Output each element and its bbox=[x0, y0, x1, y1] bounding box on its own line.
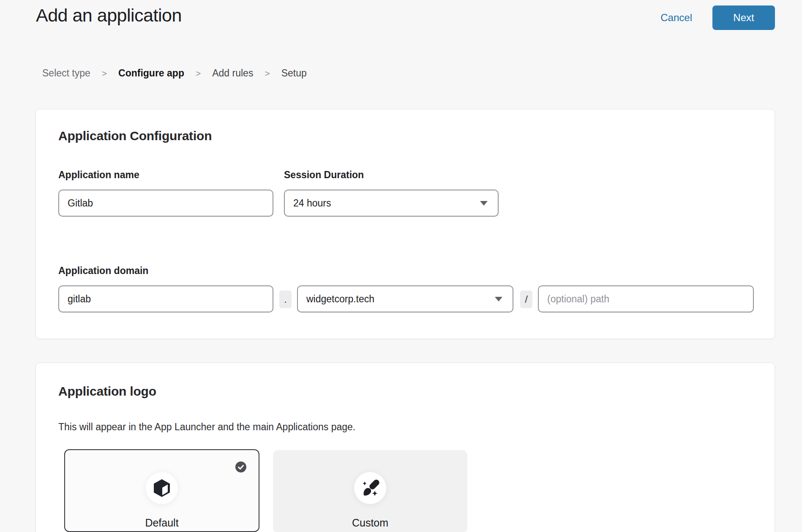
application-name-input[interactable] bbox=[58, 190, 273, 217]
cancel-button[interactable]: Cancel bbox=[660, 12, 692, 24]
logo-option-label: Default bbox=[65, 517, 259, 529]
page-title: Add an application bbox=[36, 5, 182, 26]
session-duration-label: Session Duration bbox=[284, 169, 364, 181]
breadcrumb-separator: > bbox=[102, 68, 107, 79]
cube-icon bbox=[154, 479, 170, 497]
breadcrumb-separator: > bbox=[196, 68, 201, 79]
subdomain-input[interactable] bbox=[58, 285, 273, 312]
custom-logo-circle bbox=[354, 472, 386, 504]
application-logo-heading: Application logo bbox=[58, 384, 156, 399]
session-duration-value: 24 hours bbox=[293, 198, 331, 209]
chevron-down-icon bbox=[480, 201, 488, 206]
logo-option-label: Custom bbox=[273, 517, 467, 529]
add-application-page: Add an application Cancel Next Select ty… bbox=[0, 0, 802, 532]
next-button[interactable]: Next bbox=[712, 5, 775, 30]
breadcrumb-step-select-type[interactable]: Select type bbox=[42, 68, 90, 79]
breadcrumb-step-add-rules[interactable]: Add rules bbox=[212, 68, 253, 79]
selected-check-badge bbox=[235, 461, 246, 472]
slash-separator: / bbox=[520, 290, 532, 308]
domain-select[interactable]: widgetcorp.tech bbox=[297, 285, 513, 312]
chevron-down-icon bbox=[495, 297, 502, 301]
logo-option-custom[interactable]: Custom bbox=[273, 450, 467, 532]
header-actions: Cancel Next bbox=[660, 5, 775, 30]
application-name-label: Application name bbox=[58, 169, 139, 181]
breadcrumb: Select type > Configure app > Add rules … bbox=[42, 68, 307, 79]
breadcrumb-step-setup[interactable]: Setup bbox=[281, 68, 307, 79]
breadcrumb-separator: > bbox=[265, 68, 270, 79]
application-configuration-card: Application Configuration Application na… bbox=[35, 109, 775, 339]
logo-option-default[interactable]: Default bbox=[64, 449, 259, 532]
application-domain-label: Application domain bbox=[58, 265, 148, 277]
path-input[interactable] bbox=[538, 285, 754, 312]
dot-separator: . bbox=[279, 290, 292, 308]
default-logo-circle bbox=[146, 472, 178, 504]
session-duration-select[interactable]: 24 hours bbox=[284, 190, 499, 217]
breadcrumb-step-configure-app[interactable]: Configure app bbox=[118, 68, 184, 79]
application-logo-description: This will appear in the App Launcher and… bbox=[58, 421, 355, 433]
check-icon bbox=[235, 461, 246, 472]
paintbrush-icon bbox=[360, 478, 380, 498]
domain-value: widgetcorp.tech bbox=[306, 293, 374, 305]
application-configuration-heading: Application Configuration bbox=[58, 129, 212, 143]
application-logo-card: Application logo This will appear in the… bbox=[35, 363, 775, 532]
